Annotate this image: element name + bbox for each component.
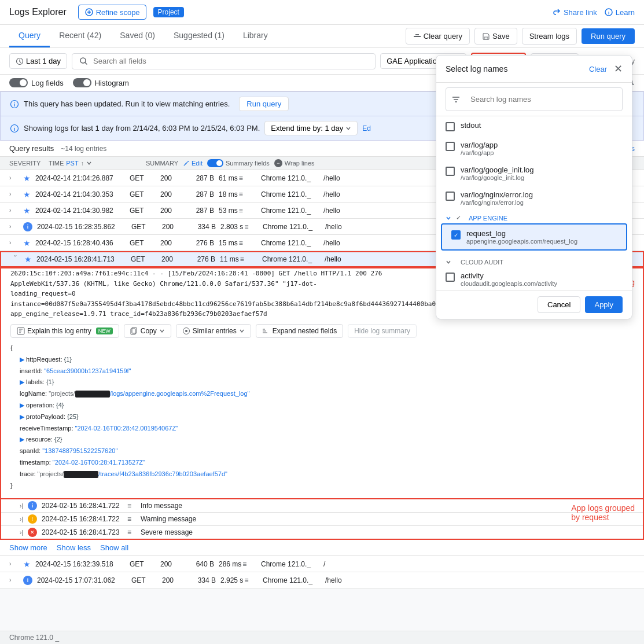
stdout-checkbox[interactable] bbox=[446, 122, 455, 131]
json-line: ▶ operation: {4} bbox=[10, 400, 634, 411]
show-all-link[interactable]: Show all bbox=[100, 543, 128, 552]
expand-arrow[interactable]: › bbox=[9, 207, 19, 214]
log-row[interactable]: › i 2024-02-15 17:07:31.062 GET 200 334 … bbox=[0, 572, 644, 588]
log-browser: Chrome 121.0._ bbox=[261, 190, 319, 198]
dropdown-item-var-log-app[interactable]: var/log/app /var/log/app bbox=[436, 136, 632, 161]
sub-log-icon: ≡ bbox=[127, 515, 131, 523]
action-bar: Explain this log entry NEW Copy Similar … bbox=[10, 319, 634, 343]
edit-icon bbox=[183, 160, 190, 167]
show-less-link[interactable]: Show less bbox=[57, 543, 91, 552]
edit-time-link[interactable]: Ed bbox=[362, 124, 371, 133]
sub-log-row-info[interactable]: ›| i 2024-02-15 16:28:41.722 ≡ Info mess… bbox=[1, 499, 643, 513]
json-line: } bbox=[10, 480, 634, 492]
share-link-button[interactable]: Share link bbox=[552, 8, 597, 17]
refine-scope-button[interactable]: Refine scope bbox=[78, 5, 146, 20]
expand-json-node[interactable]: ▶ bbox=[20, 402, 24, 409]
app-engine-checkbox[interactable]: ✓ bbox=[456, 214, 464, 222]
expand-arrow[interactable]: ›| bbox=[20, 529, 23, 536]
sort-icon[interactable]: ↑ bbox=[81, 160, 84, 167]
sub-log-row-error[interactable]: ›| ✕ 2024-02-15 16:28:41.723 ≡ Severe me… bbox=[1, 526, 643, 539]
expand-arrow[interactable]: › bbox=[9, 561, 19, 567]
stream-logs-button[interactable]: Stream logs bbox=[522, 28, 577, 45]
clock-icon bbox=[16, 57, 24, 65]
var-log-app-checkbox[interactable] bbox=[446, 142, 455, 151]
show-more-link[interactable]: Show more bbox=[9, 543, 47, 552]
json-line: ▶ labels: {1} bbox=[10, 377, 634, 388]
dropdown-item-request-log[interactable]: ✓ request_log appengine.googleapis.com/r… bbox=[441, 223, 627, 251]
similar-entries-button[interactable]: Similar entries bbox=[176, 324, 251, 338]
expand-json-node[interactable]: ▶ bbox=[20, 378, 24, 385]
expand-arrow[interactable]: › bbox=[9, 175, 19, 181]
similar-icon bbox=[182, 327, 190, 335]
log-size: 276 B bbox=[186, 255, 215, 263]
log-time: 2024-02-15 17:07:31.062 bbox=[37, 576, 127, 584]
dropdown-clear-button[interactable]: Clear bbox=[589, 65, 607, 73]
expand-arrow[interactable]: › bbox=[12, 255, 19, 264]
sub-log-time: 2024-02-15 16:28:41.722 bbox=[42, 502, 123, 510]
tab-saved[interactable]: Saved (0) bbox=[111, 25, 164, 47]
log-fields-toggle[interactable]: Log fields bbox=[9, 78, 64, 87]
log-method: GET bbox=[130, 239, 156, 247]
expand-arrow[interactable]: ›| bbox=[20, 516, 23, 522]
severity-star-icon: ★ bbox=[24, 255, 32, 264]
app-engine-expand-icon[interactable] bbox=[446, 215, 451, 221]
expand-arrow[interactable]: › bbox=[9, 240, 19, 246]
tab-suggested[interactable]: Suggested (1) bbox=[164, 25, 234, 47]
google-init-checkbox[interactable] bbox=[446, 167, 455, 176]
expand-json-node[interactable]: ▶ bbox=[20, 436, 24, 443]
tab-bar-actions: Clear query Save Stream logs Run query bbox=[406, 28, 635, 45]
extend-time-button[interactable]: Extend time by: 1 day bbox=[264, 121, 358, 135]
search-input[interactable] bbox=[93, 57, 368, 65]
tab-library[interactable]: Library bbox=[234, 25, 277, 47]
time-select-button[interactable]: Last 1 day bbox=[9, 53, 67, 69]
learn-icon: i bbox=[604, 8, 613, 17]
dropdown-item-activity[interactable]: activity cloudaudit.googleapis.com/activ… bbox=[436, 267, 632, 290]
expand-arrow[interactable]: ›| bbox=[20, 503, 23, 509]
log-duration: 2.803 s ≡ bbox=[220, 223, 258, 231]
log-method: GET bbox=[130, 207, 156, 215]
log-duration: 18 ms ≡ bbox=[219, 190, 256, 198]
log-status: 200 bbox=[160, 174, 181, 182]
expand-arrow[interactable]: › bbox=[9, 577, 19, 583]
dropdown-close-button[interactable]: ✕ bbox=[614, 62, 623, 75]
run-query-info-button[interactable]: Run query bbox=[239, 97, 289, 111]
hide-log-summary-button[interactable]: Hide log summary bbox=[348, 324, 417, 338]
dropdown-search-input[interactable] bbox=[465, 91, 616, 107]
log-status: 200 bbox=[161, 255, 182, 263]
dropdown-item-stdout[interactable]: stdout bbox=[436, 116, 632, 136]
learn-button[interactable]: i Learn bbox=[604, 8, 635, 17]
wrap-lines-toggle[interactable]: − Wrap lines bbox=[274, 159, 315, 167]
log-browser: Chrome 121.0._ bbox=[261, 239, 319, 247]
sub-log-row-warning[interactable]: ›| ! 2024-02-15 16:28:41.722 ≡ Warning m… bbox=[1, 513, 643, 526]
log-row[interactable]: › ★ 2024-02-15 16:32:39.518 GET 200 640 … bbox=[0, 556, 644, 572]
severity-col-header: SEVERITY bbox=[9, 160, 44, 167]
histogram-toggle-switch[interactable] bbox=[73, 78, 91, 87]
edit-summary-button[interactable]: Edit bbox=[183, 160, 203, 167]
cloud-audit-expand-icon[interactable] bbox=[446, 259, 451, 265]
expand-arrow[interactable]: › bbox=[9, 191, 19, 197]
tab-recent[interactable]: Recent (42) bbox=[50, 25, 111, 47]
dropdown-cancel-button[interactable]: Cancel bbox=[538, 296, 580, 313]
save-button[interactable]: Save bbox=[474, 28, 517, 45]
request-log-checkbox[interactable]: ✓ bbox=[451, 230, 461, 240]
tab-query[interactable]: Query bbox=[9, 25, 50, 47]
time-chevron-icon[interactable] bbox=[86, 160, 92, 166]
explain-entry-button[interactable]: Explain this log entry NEW bbox=[10, 324, 119, 338]
expand-nested-button[interactable]: Expand nested fields bbox=[256, 324, 343, 338]
copy-button[interactable]: Copy bbox=[124, 324, 171, 338]
run-query-button[interactable]: Run query bbox=[582, 28, 635, 44]
log-fields-toggle-switch[interactable] bbox=[9, 78, 28, 87]
clear-query-button[interactable]: Clear query bbox=[406, 28, 470, 45]
log-browser: Chrome 121.0._ bbox=[261, 560, 319, 568]
expand-json-node[interactable]: ▶ bbox=[20, 413, 24, 420]
dropdown-item-google-init[interactable]: var/log/google_init.log /var/log/google_… bbox=[436, 161, 632, 186]
similar-chevron-icon bbox=[239, 328, 245, 334]
nginx-error-checkbox[interactable] bbox=[446, 192, 455, 201]
activity-checkbox[interactable] bbox=[446, 273, 455, 282]
dropdown-apply-button[interactable]: Apply bbox=[585, 296, 623, 313]
histogram-toggle[interactable]: Histogram bbox=[73, 78, 129, 87]
dropdown-item-nginx-error[interactable]: var/log/nginx/error.log /var/log/nginx/e… bbox=[436, 186, 632, 211]
expand-json-node[interactable]: ▶ bbox=[20, 356, 24, 363]
summary-fields-toggle[interactable]: Summary fields bbox=[207, 159, 270, 167]
expand-arrow[interactable]: › bbox=[9, 223, 19, 230]
